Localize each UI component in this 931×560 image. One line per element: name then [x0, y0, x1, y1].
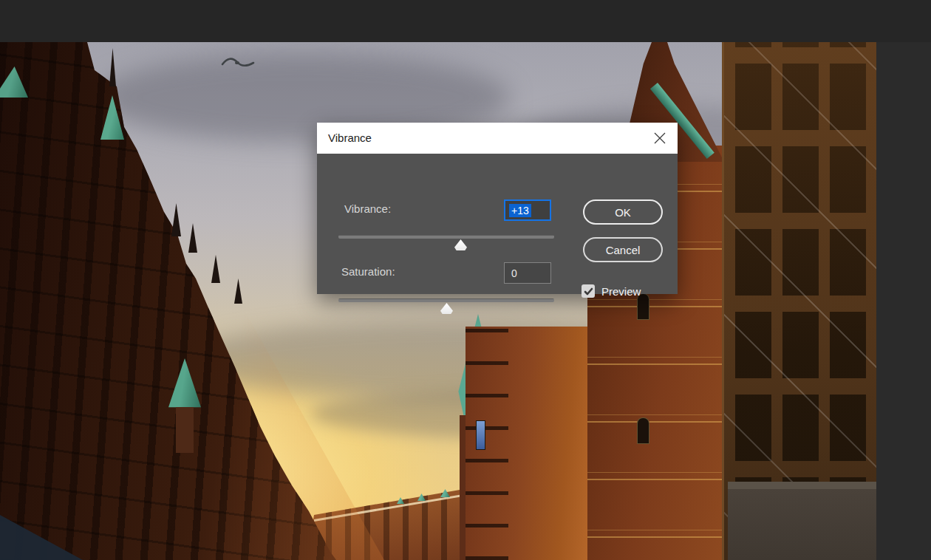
- vibrance-value-selected: +13: [509, 204, 531, 217]
- preview-label: Preview: [601, 285, 641, 298]
- seagull-silhouette: [220, 52, 256, 75]
- dialog-titlebar[interactable]: Vibrance: [317, 123, 678, 154]
- saturation-slider-track[interactable]: [338, 298, 554, 302]
- vibrance-input[interactable]: +13: [504, 199, 551, 221]
- right-facade-base: [728, 482, 876, 560]
- photoshop-workspace: Vibrance Vibrance: +13 Saturation: 0 OK …: [0, 0, 931, 560]
- preview-checkbox[interactable]: [582, 284, 595, 298]
- saturation-input[interactable]: 0: [504, 262, 551, 284]
- iron-balconies: [466, 327, 508, 560]
- vibrance-label: Vibrance:: [344, 202, 391, 215]
- cancel-button[interactable]: Cancel: [583, 237, 663, 262]
- dialog-title: Vibrance: [328, 132, 372, 144]
- vibrance-slider-track[interactable]: [338, 235, 554, 239]
- saturation-value: 0: [511, 267, 517, 279]
- lit-blue-window: [476, 420, 485, 450]
- vibrance-slider-thumb[interactable]: [454, 239, 467, 250]
- ok-button[interactable]: OK: [583, 199, 663, 225]
- workspace-top-bar: [0, 0, 931, 42]
- workspace-side-background: [876, 42, 931, 560]
- saturation-label: Saturation:: [341, 265, 395, 278]
- close-icon[interactable]: [653, 132, 666, 145]
- vibrance-dialog: Vibrance Vibrance: +13 Saturation: 0 OK …: [317, 123, 678, 294]
- dialog-body: Vibrance: +13 Saturation: 0 OK Cancel Pr…: [317, 154, 678, 294]
- arched-window: [637, 417, 649, 444]
- check-icon: [584, 287, 593, 296]
